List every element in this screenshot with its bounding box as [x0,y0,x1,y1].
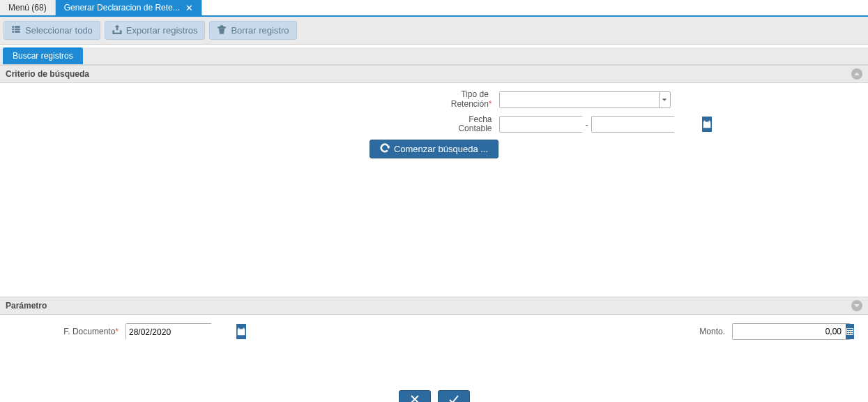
check-icon [448,394,460,402]
tipo-retencion-combo[interactable] [499,91,671,108]
fecha-to-field[interactable] [591,116,675,133]
tab-generar-declaracion[interactable]: Generar Declaracion de Rete... ✕ [56,0,202,15]
calendar-icon[interactable] [236,324,246,339]
monto-input[interactable] [733,324,846,339]
delete-button[interactable]: Borrar registro [209,21,296,40]
subtab-label: Buscar registros [13,51,73,61]
tipo-retencion-text: Tipo de Retención [451,90,489,110]
monto-text: Monto. [699,327,725,336]
close-icon[interactable]: ✕ [185,3,193,13]
fdocumento-group: F. Documento* [14,323,212,340]
start-search-label: Comenzar búsqueda ... [394,144,488,154]
svg-rect-3 [849,331,851,332]
calendar-icon[interactable] [702,117,712,132]
delete-label: Borrar registro [231,25,289,36]
svg-rect-7 [851,333,853,334]
svg-rect-1 [847,329,853,330]
confirm-button[interactable] [438,390,470,402]
row-fecha-contable: Fecha Contable - [151,115,718,135]
list-icon [11,24,21,36]
tipo-retencion-label: Tipo de Retención* [151,90,499,110]
required-asterisk: * [115,327,119,336]
fdocumento-text: F. Documento [63,327,115,336]
fdocumento-input[interactable] [126,324,236,341]
footer-actions [0,390,868,402]
start-search-button[interactable]: Comenzar búsqueda ... [370,140,498,158]
tab-active-label: Generar Declaracion de Rete... [64,3,180,13]
chevron-down-icon[interactable] [659,92,670,107]
criteria-body: Tipo de Retención* Fecha Contable [0,83,868,164]
subtab-row: Buscar registros [0,47,868,65]
required-asterisk: * [489,99,492,109]
action-toolbar: Seleccionar todo Exportar registros Borr… [0,17,868,45]
fecha-contable-label: Fecha Contable [151,115,499,135]
fecha-to-input[interactable] [592,117,702,132]
svg-rect-2 [847,331,848,332]
subtab-buscar-registros[interactable]: Buscar registros [3,47,83,64]
tipo-retencion-input[interactable] [500,92,659,107]
svg-rect-6 [849,333,851,334]
fdocumento-field[interactable] [125,323,212,340]
chevron-down-icon[interactable] [851,300,862,311]
row-tipo-retencion: Tipo de Retención* [151,90,718,110]
window-tabs: Menú (68) Generar Declaracion de Rete...… [0,0,868,17]
monto-group: Monto. [699,323,851,340]
chevron-up-icon[interactable] [851,68,862,80]
parametro-header: Parámetro [0,297,868,315]
svg-rect-5 [847,333,848,334]
fdocumento-label: F. Documento* [14,327,119,336]
export-label: Exportar registros [126,25,198,36]
fecha-from-field[interactable] [499,116,583,133]
parametro-body: F. Documento* Monto. [0,315,868,348]
cancel-button[interactable] [399,390,431,402]
refresh-icon [380,143,390,155]
results-placeholder [0,164,868,297]
parametro-title: Parámetro [6,301,47,311]
tab-menu[interactable]: Menú (68) [0,0,56,15]
date-range-separator: - [583,119,591,130]
select-all-button[interactable]: Seleccionar todo [3,21,100,40]
select-all-label: Seleccionar todo [25,25,93,36]
criteria-title: Criterio de búsqueda [6,69,89,79]
export-icon [112,24,122,36]
criteria-header: Criterio de búsqueda [0,65,868,83]
export-button[interactable]: Exportar registros [105,21,206,40]
close-icon [409,394,421,402]
monto-field[interactable] [732,323,851,340]
trash-icon [217,24,227,36]
tab-menu-label: Menú (68) [8,3,47,13]
calculator-icon[interactable] [846,324,854,339]
svg-rect-4 [851,331,853,332]
monto-label: Monto. [699,327,725,336]
fecha-contable-text: Fecha Contable [458,115,492,135]
